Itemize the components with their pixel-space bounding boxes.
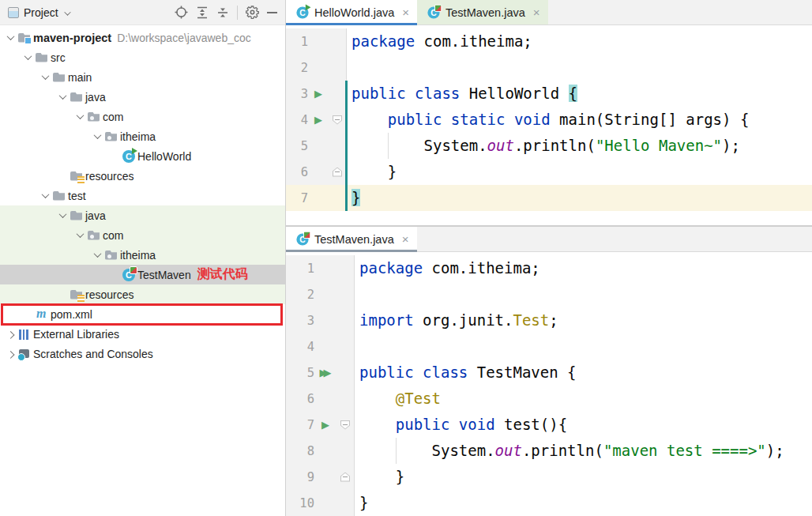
- run-button-icon[interactable]: ▶▶: [314, 360, 336, 386]
- tree-item-pom-xml[interactable]: pom.xml: [0, 304, 285, 324]
- run-button-icon[interactable]: ▶: [314, 412, 336, 438]
- code-text[interactable]: }: [355, 464, 404, 490]
- expand-all-icon[interactable]: [196, 6, 209, 19]
- code-token: [351, 111, 388, 128]
- tab-helloworld-java[interactable]: HelloWorld.java×: [286, 0, 417, 24]
- line-number: 7: [286, 412, 314, 438]
- chevron-down-icon[interactable]: [38, 74, 52, 80]
- project-view-selector[interactable]: Project: [5, 6, 73, 19]
- hide-panel-icon[interactable]: [267, 12, 277, 13]
- tree-item-label: main: [68, 71, 92, 84]
- code-text[interactable]: public class HelloWorld {: [347, 81, 577, 107]
- gutter-fold-slot: [336, 360, 355, 386]
- code-token: }: [359, 468, 404, 485]
- code-line[interactable]: 5 System.out.println("Hello Maven~");: [286, 133, 812, 159]
- tab-testmaven-java[interactable]: TestMaven.java×: [417, 0, 548, 24]
- tree-item-main[interactable]: main: [0, 67, 285, 87]
- code-line[interactable]: 3import org.junit.Test;: [286, 307, 812, 333]
- folder-icon: [52, 189, 66, 203]
- chevron-down-icon[interactable]: [73, 114, 87, 119]
- line-number: 2: [286, 281, 314, 307]
- chevron-down-icon[interactable]: [3, 35, 17, 40]
- settings-gear-icon[interactable]: [246, 6, 259, 19]
- code-text[interactable]: public class TestMaven {: [355, 360, 577, 386]
- code-line[interactable]: 1package com.itheima;: [286, 28, 812, 55]
- bottom-tab-bar: TestMaven.java×: [286, 227, 812, 252]
- code-line[interactable]: 6 }: [286, 159, 812, 185]
- code-line[interactable]: 8 System.out.println("maven test ====>")…: [286, 438, 812, 464]
- code-line[interactable]: 3▶public class HelloWorld {: [286, 81, 812, 107]
- code-text[interactable]: package com.itheima;: [355, 255, 540, 281]
- run-button-icon[interactable]: ▶: [308, 81, 329, 107]
- tree-item-testmaven[interactable]: TestMaven测试代码: [0, 265, 285, 284]
- folder-package-icon: [104, 248, 118, 262]
- close-icon[interactable]: ×: [533, 6, 540, 18]
- top-editor-content[interactable]: 1package com.itheima;23▶public class Hel…: [286, 25, 812, 225]
- fold-marker-icon[interactable]: [336, 412, 355, 438]
- code-text[interactable]: import org.junit.Test;: [355, 307, 558, 333]
- code-line[interactable]: 5▶▶public class TestMaven {: [286, 360, 812, 386]
- chevron-down-icon[interactable]: [90, 134, 104, 139]
- chevron-down-icon[interactable]: [55, 213, 70, 218]
- chevron-down-icon[interactable]: [73, 232, 87, 238]
- code-token: package: [351, 32, 415, 50]
- code-line[interactable]: 10}: [286, 490, 812, 516]
- gutter-fold-slot: [329, 81, 347, 107]
- tree-item-scratches-and-consoles[interactable]: Scratches and Consoles: [0, 344, 285, 363]
- code-text[interactable]: System.out.println("maven test ====>");: [355, 438, 784, 464]
- chevron-down-icon[interactable]: [21, 55, 35, 60]
- code-line[interactable]: 4: [286, 333, 812, 360]
- class-test-icon: [427, 6, 440, 19]
- code-text[interactable]: }: [347, 159, 397, 185]
- editor-top-split: HelloWorld.java×TestMaven.java× 1package…: [286, 0, 812, 225]
- code-line[interactable]: 2: [286, 55, 812, 81]
- tree-item-resources[interactable]: resources: [0, 284, 285, 304]
- chevron-right-icon[interactable]: [3, 351, 17, 356]
- code-text[interactable]: public void test(){: [355, 412, 567, 438]
- tree-item-maven-project[interactable]: maven-projectD:\workspace\javaweb_coc: [0, 28, 285, 47]
- gutter-fold-slot: [336, 333, 355, 360]
- chevron-down-icon[interactable]: [55, 94, 70, 100]
- tree-item-com[interactable]: com: [0, 225, 285, 245]
- code-line[interactable]: 7▶ public void test(){: [286, 412, 812, 438]
- code-text[interactable]: @Test: [355, 386, 441, 412]
- code-text[interactable]: package com.itheima;: [347, 28, 532, 55]
- tree-item-com[interactable]: com: [0, 107, 285, 126]
- code-text[interactable]: }: [355, 490, 368, 516]
- code-text[interactable]: }: [347, 185, 360, 211]
- fold-marker-icon[interactable]: [336, 464, 355, 490]
- project-toolbar: Project: [0, 0, 285, 25]
- tree-item-label: maven-project: [33, 32, 111, 44]
- libraries-icon: [17, 327, 32, 341]
- collapse-all-icon[interactable]: [216, 6, 229, 19]
- close-icon[interactable]: ×: [402, 233, 409, 245]
- code-line[interactable]: 9 }: [286, 464, 812, 490]
- tree-item-itheima[interactable]: itheima: [0, 126, 285, 146]
- tree-item-helloworld[interactable]: HelloWorld: [0, 146, 285, 166]
- tree-item-external-libraries[interactable]: External Libraries: [0, 324, 285, 344]
- chevron-down-icon[interactable]: [38, 193, 52, 198]
- tree-item-label: itheima: [120, 249, 156, 262]
- chevron-right-icon[interactable]: [3, 331, 17, 337]
- code-text[interactable]: System.out.println("Hello Maven~");: [347, 133, 740, 159]
- fold-marker-icon[interactable]: [329, 107, 347, 133]
- code-text[interactable]: public static void main(String[] args) {: [347, 107, 749, 133]
- tab-testmaven-java[interactable]: TestMaven.java×: [286, 227, 417, 251]
- code-line[interactable]: 2: [286, 281, 812, 307]
- code-line[interactable]: 7}: [286, 185, 812, 211]
- tree-item-java[interactable]: java: [0, 87, 285, 107]
- tree-item-java[interactable]: java: [0, 205, 285, 225]
- tree-item-resources[interactable]: resources: [0, 166, 285, 186]
- code-line[interactable]: 6 @Test: [286, 386, 812, 412]
- close-icon[interactable]: ×: [402, 6, 409, 18]
- locate-icon[interactable]: [175, 6, 188, 19]
- code-line[interactable]: 1package com.itheima;: [286, 255, 812, 281]
- fold-marker-icon[interactable]: [329, 159, 347, 185]
- bottom-editor-content[interactable]: 1package com.itheima;23import org.junit.…: [286, 252, 812, 516]
- run-button-icon[interactable]: ▶: [308, 107, 329, 133]
- tree-item-test[interactable]: test: [0, 186, 285, 205]
- chevron-down-icon[interactable]: [90, 252, 104, 258]
- tree-item-itheima[interactable]: itheima: [0, 245, 285, 265]
- code-line[interactable]: 4▶ public static void main(String[] args…: [286, 107, 812, 133]
- tree-item-src[interactable]: src: [0, 47, 285, 67]
